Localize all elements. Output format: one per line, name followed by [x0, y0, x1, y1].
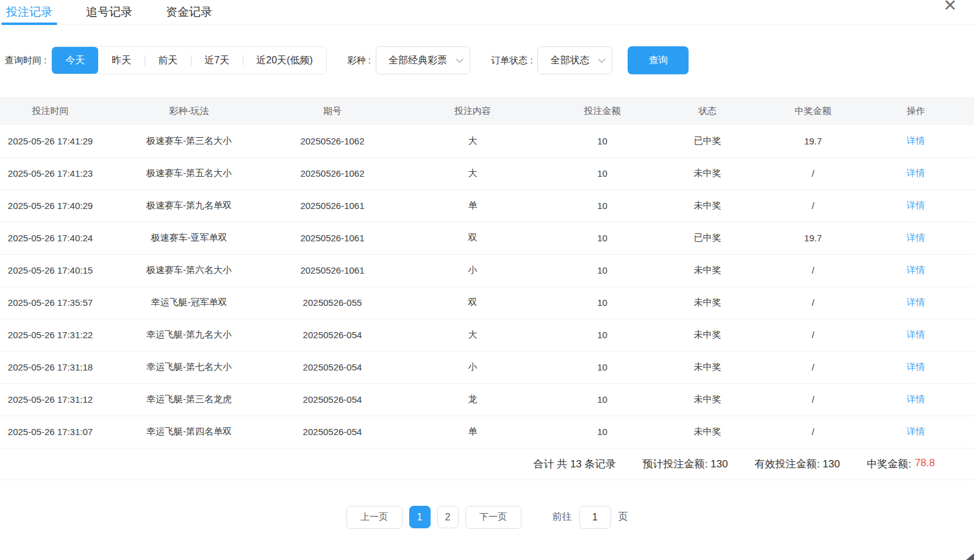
cell-game: 极速赛车-第九名单双	[101, 190, 278, 222]
table-row: 2025-05-26 17:41:29极速赛车-第三名大小20250526-10…	[0, 125, 974, 157]
cell-time: 2025-05-26 17:31:07	[0, 416, 101, 448]
cell-action: 详情	[858, 157, 974, 190]
cell-status: 未中奖	[646, 157, 768, 190]
time-option-4[interactable]: 近20天(低频)	[243, 47, 326, 74]
tab-0[interactable]: 投注记录	[6, 0, 52, 24]
tab-2[interactable]: 资金记录	[166, 0, 212, 24]
cell-amount: 10	[558, 190, 646, 222]
tab-bar-tabs: 投注记录追号记录资金记录	[6, 0, 246, 24]
cell-status: 未中奖	[646, 190, 768, 222]
goto-suffix: 页	[618, 511, 628, 523]
cell-issue: 20250526-055	[278, 286, 387, 319]
table-header: 投注时间彩种-玩法期号投注内容投注金额状态中奖金额操作	[0, 97, 974, 125]
page-number-2[interactable]: 2	[437, 506, 459, 528]
detail-link[interactable]: 详情	[907, 426, 925, 436]
cell-amount: 10	[558, 157, 646, 190]
cursor-artifact	[966, 553, 974, 560]
chevron-down-icon	[456, 55, 464, 63]
summary-prize-label: 中奖金额:	[867, 457, 911, 471]
cell-action: 详情	[858, 383, 974, 416]
column-header-6: 中奖金额	[768, 97, 858, 125]
cell-content: 小	[387, 254, 558, 286]
cell-time: 2025-05-26 17:40:29	[0, 190, 101, 222]
order-status-label: 订单状态 :	[491, 55, 532, 66]
cell-content: 大	[387, 125, 558, 157]
detail-link[interactable]: 详情	[907, 200, 925, 210]
cell-amount: 10	[558, 222, 646, 254]
cell-issue: 20250526-054	[278, 383, 387, 416]
lottery-type-select[interactable]: 全部经典彩票	[376, 46, 470, 74]
bet-records-table: 投注时间彩种-玩法期号投注内容投注金额状态中奖金额操作 2025-05-26 1…	[0, 97, 974, 448]
column-header-5: 状态	[646, 97, 768, 125]
cell-time: 2025-05-26 17:31:22	[0, 319, 101, 351]
cell-time: 2025-05-26 17:40:24	[0, 222, 101, 254]
lottery-type-value: 全部经典彩票	[389, 54, 447, 67]
cell-prize: /	[768, 416, 858, 448]
time-option-3[interactable]: 近7天	[191, 47, 243, 74]
lottery-filter-label: 彩种 :	[348, 55, 371, 66]
cell-game: 极速赛车-第五名大小	[101, 157, 278, 190]
cell-time: 2025-05-26 17:35:57	[0, 286, 101, 319]
cell-time: 2025-05-26 17:40:15	[0, 254, 101, 286]
cell-prize: /	[768, 351, 858, 383]
table-header-row: 投注时间彩种-玩法期号投注内容投注金额状态中奖金额操作	[0, 97, 974, 125]
detail-link[interactable]: 详情	[907, 394, 925, 404]
cell-prize: /	[768, 286, 858, 319]
cell-status: 未中奖	[646, 254, 768, 286]
column-header-7: 操作	[858, 97, 974, 125]
filter-bar: 查询时间 : 今天昨天前天近7天近20天(低频) 彩种 : 全部经典彩票 订单状…	[0, 46, 974, 75]
cell-amount: 10	[558, 416, 646, 448]
cell-game: 极速赛车-第三名大小	[101, 125, 278, 157]
next-page-button[interactable]: 下一页	[465, 506, 521, 529]
cell-game: 幸运飞艇-冠军单双	[101, 286, 278, 319]
time-option-2[interactable]: 前天	[145, 47, 191, 74]
column-header-1: 彩种-玩法	[101, 97, 278, 125]
cell-issue: 20250526-1061	[278, 254, 387, 286]
cell-action: 详情	[858, 254, 974, 286]
cell-prize: 19.7	[768, 125, 858, 157]
goto-page: 前往 页	[553, 506, 628, 529]
cell-status: 未中奖	[646, 416, 768, 448]
detail-link[interactable]: 详情	[907, 361, 925, 372]
detail-link[interactable]: 详情	[907, 329, 925, 339]
summary-expected-amount: 预计投注金额: 130	[643, 457, 728, 471]
cell-amount: 10	[558, 319, 646, 351]
tab-1[interactable]: 追号记录	[86, 0, 132, 24]
search-button[interactable]: 查询	[628, 46, 689, 74]
table-row: 2025-05-26 17:40:29极速赛车-第九名单双20250526-10…	[0, 190, 974, 222]
table-row: 2025-05-26 17:31:12幸运飞艇-第三名龙虎20250526-05…	[0, 383, 974, 416]
cell-amount: 10	[558, 125, 646, 157]
cell-time: 2025-05-26 17:41:23	[0, 157, 101, 190]
summary-total: 合计 共 13 条记录	[533, 457, 615, 471]
order-status-select[interactable]: 全部状态	[537, 46, 612, 74]
time-option-1[interactable]: 昨天	[98, 47, 145, 74]
cell-game: 幸运飞艇-第九名大小	[101, 319, 278, 351]
detail-link[interactable]: 详情	[907, 297, 925, 307]
cell-action: 详情	[858, 125, 974, 157]
page-number-1[interactable]: 1	[409, 506, 431, 528]
cell-issue: 20250526-1061	[278, 190, 387, 222]
cell-content: 大	[387, 319, 558, 351]
cell-status: 未中奖	[646, 383, 768, 416]
cell-status: 未中奖	[646, 351, 768, 383]
column-header-2: 期号	[278, 97, 387, 125]
detail-link[interactable]: 详情	[907, 264, 925, 275]
table-row: 2025-05-26 17:41:23极速赛车-第五名大小20250526-10…	[0, 157, 974, 190]
detail-link[interactable]: 详情	[907, 232, 925, 243]
cell-time: 2025-05-26 17:31:12	[0, 383, 101, 416]
time-option-0[interactable]: 今天	[52, 47, 98, 74]
time-range-group: 今天昨天前天近7天近20天(低频)	[51, 46, 326, 74]
prev-page-button[interactable]: 上一页	[346, 506, 403, 529]
cell-content: 小	[387, 351, 558, 383]
cell-prize: /	[768, 383, 858, 416]
cell-content: 龙	[387, 383, 558, 416]
table-row: 2025-05-26 17:31:22幸运飞艇-第九名大小20250526-05…	[0, 319, 974, 351]
goto-page-input[interactable]	[579, 506, 611, 529]
detail-link[interactable]: 详情	[907, 135, 925, 146]
close-icon[interactable]: ✕	[943, 0, 957, 14]
column-header-3: 投注内容	[387, 97, 558, 125]
cell-content: 大	[387, 157, 558, 190]
detail-link[interactable]: 详情	[907, 168, 925, 178]
summary-prize-value: 78.8	[915, 457, 935, 471]
cell-game: 极速赛车-第六名大小	[101, 254, 278, 286]
